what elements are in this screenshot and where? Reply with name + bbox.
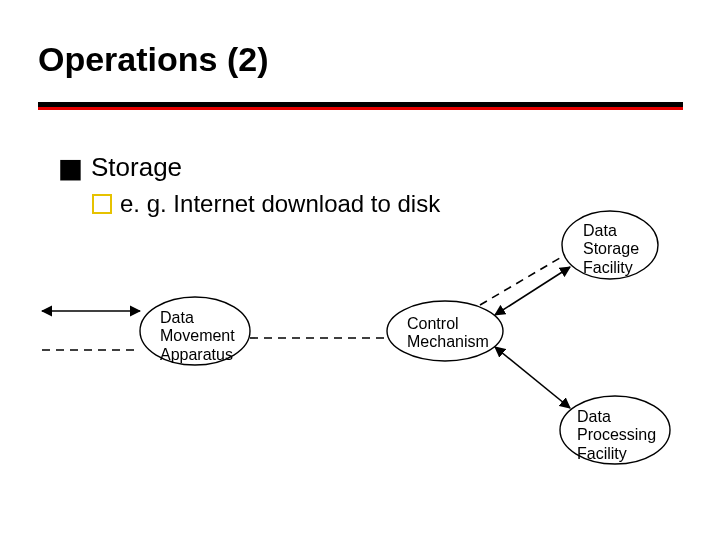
bullet-level1: ◼ Storage [58, 150, 182, 185]
bullet-level2: e. g. Internet download to disk [92, 190, 440, 218]
label-data-processing: Data Processing Facility [577, 408, 656, 463]
label-control-mechanism: Control Mechanism [407, 315, 489, 352]
filled-square-icon: ◼ [58, 150, 83, 185]
label-data-movement: Data Movement Apparatus [160, 309, 235, 364]
edge-control-to-storage [495, 267, 570, 315]
slide-title: Operations (2) [38, 40, 268, 79]
bullet-level1-text: Storage [91, 152, 182, 183]
slide: Operations (2) ◼ Storage e. g. Internet … [0, 0, 720, 540]
bullet-level2-text: e. g. Internet download to disk [120, 190, 440, 218]
divider-red [38, 107, 683, 110]
label-data-storage: Data Storage Facility [583, 222, 639, 277]
edge-control-to-storage-dashed [480, 255, 565, 305]
edge-control-to-processing [495, 347, 570, 408]
hollow-square-icon [92, 194, 112, 214]
